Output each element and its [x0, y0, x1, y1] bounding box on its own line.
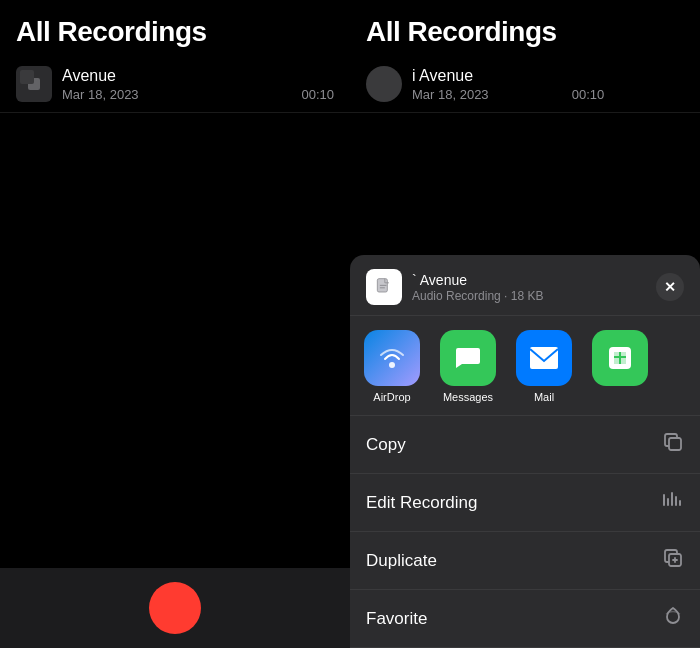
- left-panel-title: All Recordings: [16, 16, 334, 48]
- right-recording-item[interactable]: i Avenue Mar 18, 2023 00:10: [350, 56, 700, 113]
- left-recording-name: Avenue: [62, 67, 334, 85]
- edit-recording-icon: [662, 489, 684, 516]
- right-panel: All Recordings i Avenue Mar 18, 2023 00:…: [350, 0, 700, 648]
- right-recording-duration: 00:10: [572, 87, 605, 102]
- share-apps-row: AirDrop Messages Mail: [350, 316, 700, 411]
- share-sheet-header: ` Avenue Audio Recording · 18 KB ✕: [350, 255, 700, 316]
- copy-icon: [662, 431, 684, 458]
- duplicate-label: Duplicate: [366, 551, 437, 571]
- share-app-airdrop[interactable]: AirDrop: [360, 330, 424, 403]
- airdrop-label: AirDrop: [373, 391, 410, 403]
- duplicate-icon: [662, 547, 684, 574]
- share-app-cut[interactable]: [588, 330, 652, 403]
- share-sheet-file-name: ` Avenue: [412, 272, 656, 288]
- action-copy[interactable]: Copy: [350, 416, 700, 474]
- messages-icon: [440, 330, 496, 386]
- share-sheet-file-icon: [366, 269, 402, 305]
- share-sheet-close-button[interactable]: ✕: [656, 273, 684, 301]
- right-recording-icon: [366, 66, 402, 102]
- airdrop-icon: [364, 330, 420, 386]
- left-recording-info: Avenue Mar 18, 2023 00:10: [62, 67, 334, 102]
- right-recording-name: i Avenue: [412, 67, 684, 85]
- action-edit-recording[interactable]: Edit Recording: [350, 474, 700, 532]
- close-icon: ✕: [664, 279, 676, 295]
- left-bottom-bar: [0, 568, 350, 648]
- left-recording-duration: 00:10: [301, 87, 334, 102]
- right-recording-meta: Mar 18, 2023 00:10: [412, 87, 684, 102]
- left-recording-meta: Mar 18, 2023 00:10: [62, 87, 334, 102]
- left-recording-item[interactable]: Avenue Mar 18, 2023 00:10: [0, 56, 350, 113]
- edit-recording-label: Edit Recording: [366, 493, 478, 513]
- mail-label: Mail: [534, 391, 554, 403]
- right-recording-date: Mar 18, 2023: [412, 87, 489, 102]
- share-sheet: ` Avenue Audio Recording · 18 KB ✕ AirDr…: [350, 255, 700, 648]
- share-sheet-file-info: ` Avenue Audio Recording · 18 KB: [412, 272, 656, 303]
- messages-label: Messages: [443, 391, 493, 403]
- action-list: Copy Edit Recording: [350, 415, 700, 648]
- record-button[interactable]: [149, 582, 201, 634]
- mail-icon: [516, 330, 572, 386]
- right-recording-info: i Avenue Mar 18, 2023 00:10: [412, 67, 684, 102]
- svg-rect-4: [530, 347, 558, 369]
- file-icon: [374, 277, 394, 297]
- left-recording-icon: [16, 66, 52, 102]
- share-sheet-file-subtitle: Audio Recording · 18 KB: [412, 289, 656, 303]
- copy-label: Copy: [366, 435, 406, 455]
- right-panel-title: All Recordings: [366, 16, 684, 48]
- share-app-mail[interactable]: Mail: [512, 330, 576, 403]
- left-panel: All Recordings Avenue Mar 18, 2023 00:10: [0, 0, 350, 648]
- left-recording-date: Mar 18, 2023: [62, 87, 139, 102]
- share-app-messages[interactable]: Messages: [436, 330, 500, 403]
- left-panel-header: All Recordings: [0, 0, 350, 56]
- action-duplicate[interactable]: Duplicate: [350, 532, 700, 590]
- action-favorite[interactable]: Favorite: [350, 590, 700, 648]
- left-recording-icon-inner: [20, 70, 34, 84]
- favorite-icon: [662, 605, 684, 632]
- svg-point-3: [389, 362, 395, 368]
- right-panel-header: All Recordings: [350, 0, 700, 56]
- svg-rect-6: [669, 438, 681, 450]
- favorite-label: Favorite: [366, 609, 427, 629]
- cut-icon: [592, 330, 648, 386]
